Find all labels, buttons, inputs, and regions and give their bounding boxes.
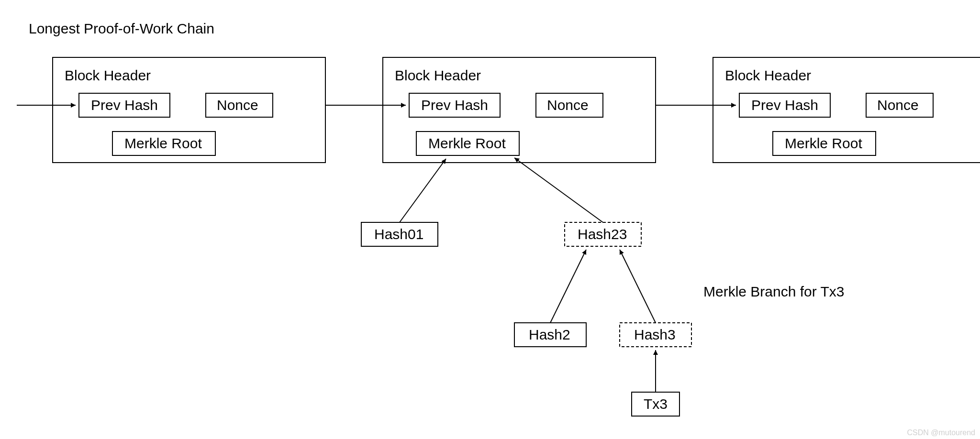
block-3-prev-hash-label: Prev Hash (751, 97, 818, 113)
block-1-nonce-label: Nonce (217, 97, 258, 113)
block-2-header-label: Block Header (395, 67, 481, 83)
block-2-nonce-label: Nonce (547, 97, 589, 113)
block-1-prev-hash-label: Prev Hash (91, 97, 158, 113)
watermark: CSDN @mutourend (907, 428, 975, 437)
arrow-hash3-to-hash23 (620, 250, 656, 323)
arrow-hash23-to-root (514, 158, 603, 222)
block-2-prev-hash-label: Prev Hash (421, 97, 488, 113)
diagram-canvas: Longest Proof-of-Work Chain Block Header… (0, 0, 980, 439)
hash23-label: Hash23 (578, 226, 627, 242)
block-1: Block Header Prev Hash Nonce Merkle Root (53, 57, 325, 163)
block-1-header-label: Block Header (65, 67, 151, 83)
block-2-merkle-root-label: Merkle Root (428, 135, 506, 151)
hash3-label: Hash3 (634, 327, 676, 342)
arrow-hash2-to-hash23 (550, 250, 586, 323)
diagram-title: Longest Proof-of-Work Chain (29, 21, 214, 36)
block-2: Block Header Prev Hash Nonce Merkle Root (383, 57, 656, 163)
hash2-label: Hash2 (529, 327, 570, 342)
block-3: Block Header Prev Hash Nonce Merkle Root (713, 57, 980, 163)
block-1-merkle-root-label: Merkle Root (124, 135, 202, 151)
hash01-label: Hash01 (374, 226, 423, 242)
arrow-hash01-to-root (400, 159, 446, 222)
block-3-merkle-root-label: Merkle Root (785, 135, 862, 151)
merkle-branch-label: Merkle Branch for Tx3 (703, 284, 845, 299)
block-3-nonce-label: Nonce (877, 97, 919, 113)
tx3-label: Tx3 (644, 396, 668, 412)
block-3-header-label: Block Header (725, 67, 811, 83)
